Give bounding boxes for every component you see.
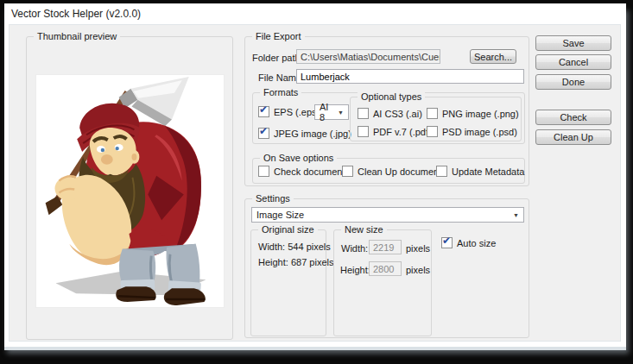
checkbox-label: JPEG image (.jpg) [274,129,351,139]
checkbox-png[interactable]: PNG image (.png) [427,108,519,119]
search-button[interactable]: Search... [470,49,516,64]
checkbox-label: Auto size [457,238,496,248]
checkmark-icon: ✔ [259,104,268,116]
original-height-text: Height: 687 pixels [258,257,333,268]
dialog-client-area: Thumbnail preview [9,24,621,342]
ear-inner [131,154,136,160]
checkbox-label: AI CS3 (.ai) [373,109,422,119]
boot-right [164,288,206,305]
checkbox-label: EPS (.eps) [274,107,320,117]
checkbox-box[interactable]: ✔ [258,106,269,117]
lumberjack-illustration [36,75,225,307]
window-title: Vector Stock Helper (v2.0.0) [11,8,141,20]
on-save-options-group-label: On Save options [260,152,337,165]
checkbox-box[interactable] [358,108,369,119]
new-size-group: New size Width: 2219 pixels Height: 2800… [333,229,432,336]
settings-mode-value: Image Size [256,210,304,220]
settings-group-label: Settings [252,192,294,205]
dropdown-arrow-icon: ▼ [513,212,519,218]
on-save-options-group: On Save options Check document Clean Up … [252,158,525,184]
dropdown-arrow-icon: ▼ [338,110,344,116]
checkbox-pdf[interactable]: PDF v.7 (.pdf) [358,126,432,137]
formats-group: Formats ✔ EPS (.eps) AI 8 ▼ ✔ JPEG image… [252,92,525,144]
new-height-label: Height: [340,265,370,276]
app-window: Vector Stock Helper (v2.0.0) Thumbnail p… [4,3,626,347]
checkbox-box[interactable]: ✔ [258,128,269,139]
new-size-group-label: New size [341,223,387,236]
eps-version-value: AI 8 [320,102,334,122]
checkbox-box[interactable] [258,166,269,177]
cancel-button[interactable]: Cancel [535,54,611,70]
checkbox-check-document[interactable]: Check document [258,166,345,177]
new-height-units: pixels [406,265,430,276]
clean-up-button[interactable]: Clean Up [535,129,611,145]
optional-types-group: Optional types AI CS3 (.ai) PNG image (.… [350,97,522,141]
checkbox-label: Check document [274,166,345,177]
checkbox-eps[interactable]: ✔ EPS (.eps) [258,106,320,117]
checkbox-box[interactable]: ✔ [441,237,453,248]
screenshot-frame: Vector Stock Helper (v2.0.0) Thumbnail p… [0,0,633,364]
checkmark-icon: ✔ [442,235,451,247]
title-bar: Vector Stock Helper (v2.0.0) [4,3,626,24]
checkbox-update-metadata[interactable]: Update Metadata [436,166,524,177]
checkbox-box[interactable] [358,126,369,137]
new-width-field[interactable]: 2219 [369,240,402,254]
checkbox-box[interactable] [427,126,438,137]
new-width-units: pixels [406,243,430,254]
checkbox-box[interactable] [436,166,447,177]
file-name-field[interactable]: Lumberjack [296,69,524,84]
checkbox-label: PSD image (.psd) [442,127,517,137]
iris-left [101,148,104,152]
file-export-group-label: File Export [252,30,305,43]
checkbox-label: Update Metadata [452,166,524,177]
new-height-field[interactable]: 2800 [369,261,402,276]
nose [101,154,113,165]
boot-left [116,286,156,302]
checkbox-auto-size[interactable]: ✔ Auto size [441,237,496,248]
original-width-text: Width: 544 pixels [258,242,331,253]
done-button[interactable]: Done [535,74,611,90]
checkbox-box[interactable] [342,166,353,177]
checkbox-box[interactable] [427,108,438,119]
new-width-label: Width: [341,243,368,254]
checkbox-psd[interactable]: PSD image (.psd) [427,126,517,137]
settings-group: Settings Image Size ▼ Original size Widt… [244,198,529,338]
thumbnail-preview-group: Thumbnail preview [26,36,233,340]
eps-version-combo[interactable]: AI 8 ▼ [314,104,349,120]
checkbox-jpeg[interactable]: ✔ JPEG image (.jpg) [258,128,351,139]
checkbox-label: PNG image (.png) [442,109,519,119]
checkbox-ai-cs3[interactable]: AI CS3 (.ai) [358,108,422,119]
file-export-group: File Export Folder path: C:\Users\Matias… [244,36,529,186]
folder-path-field[interactable]: C:\Users\Matias\Documents\Cuentas\iStock… [296,49,440,64]
checkbox-label: Clean Up document [358,166,441,177]
checkbox-label: PDF v.7 (.pdf) [373,127,432,137]
thumbnail-preview-group-label: Thumbnail preview [34,30,120,43]
iris-right [116,147,119,150]
settings-mode-dropdown[interactable]: Image Size ▼ [251,207,524,223]
checkmark-icon: ✔ [259,125,268,137]
save-button[interactable]: Save [535,35,611,51]
check-button[interactable]: Check [535,110,611,125]
folder-path-label: Folder path: [252,53,303,64]
original-size-group-label: Original size [258,223,318,236]
thumbnail-canvas [35,74,225,308]
optional-types-group-label: Optional types [358,91,425,104]
formats-group-label: Formats [260,86,301,99]
original-size-group: Original size Width: 544 pixels Height: … [250,229,326,336]
checkbox-clean-up-document[interactable]: Clean Up document [342,166,441,177]
